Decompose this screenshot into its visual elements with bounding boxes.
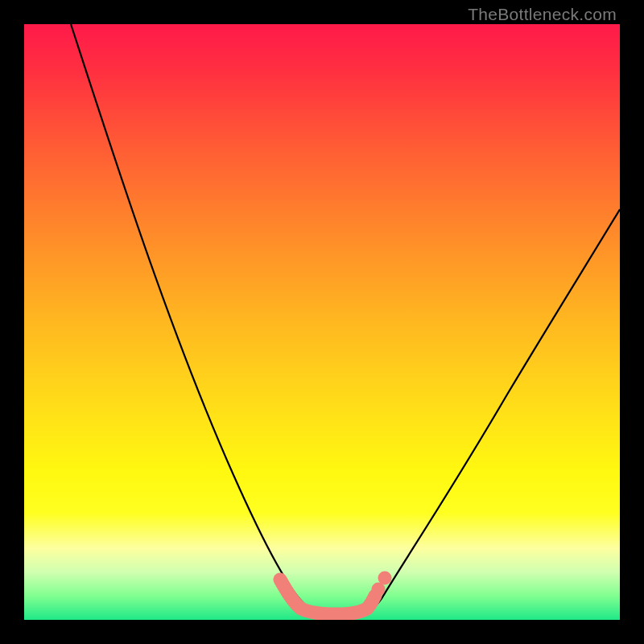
- watermark-text: TheBottleneck.com: [468, 5, 617, 24]
- chart-svg: [24, 24, 620, 620]
- chart-container: TheBottleneck.com: [0, 0, 644, 644]
- bottleneck-curve: [71, 24, 620, 613]
- plot-area: [24, 24, 620, 620]
- highlight-dot-2: [378, 572, 392, 585]
- highlight-marker: [280, 580, 375, 614]
